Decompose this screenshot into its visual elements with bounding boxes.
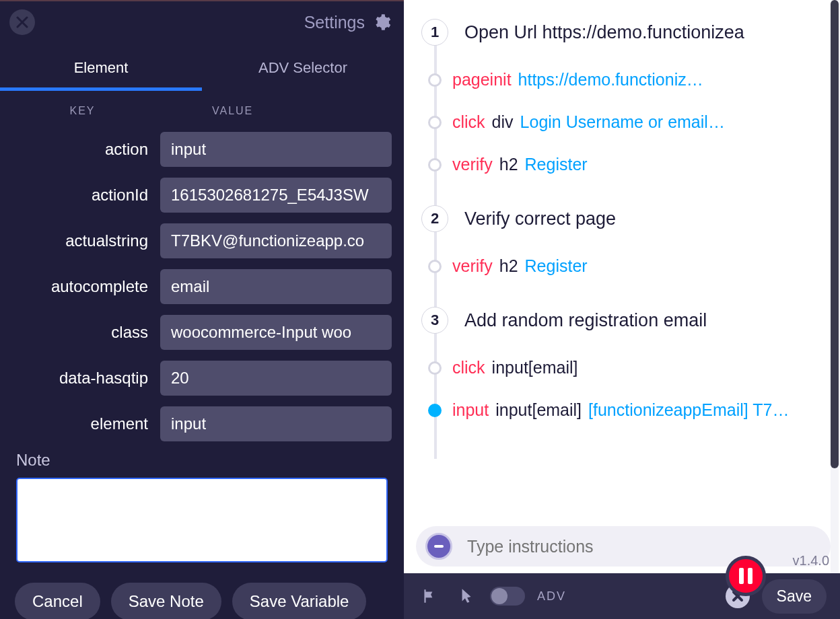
substep-dot-icon [428, 116, 442, 129]
kv-row: class [0, 312, 404, 358]
substep-action: pageinit [452, 70, 512, 89]
step-header[interactable]: 1 Open Url https://demo.functionizea [421, 19, 833, 46]
minus-icon [432, 540, 446, 553]
close-icon [16, 16, 28, 28]
instructions-input[interactable] [467, 537, 821, 556]
version-label: v1.4.0 [793, 553, 829, 569]
step-header[interactable]: 3 Add random registration email [421, 307, 833, 334]
substep[interactable]: verify h2 Register [428, 256, 833, 276]
substep-action: verify [452, 256, 493, 276]
kv-header-value: VALUE [165, 105, 404, 117]
left-panel: Settings Element ADV Selector KEY VALUE … [0, 0, 404, 619]
step-number: 1 [421, 19, 448, 46]
kv-row: autocomplete [0, 266, 404, 312]
kv-value-input[interactable] [160, 132, 392, 167]
kv-header: KEY VALUE [0, 87, 404, 129]
substep-target: https://demo.functioniz… [518, 70, 703, 89]
adv-label: ADV [537, 589, 566, 604]
substep[interactable]: click input[email] [428, 358, 833, 377]
substep-dot-icon [428, 73, 442, 87]
pause-button[interactable] [726, 556, 766, 596]
left-footer: Cancel Save Note Save Variable [0, 565, 404, 619]
close-button[interactable] [9, 9, 35, 35]
kv-row: data-hasqtip [0, 358, 404, 404]
substep-action: click [452, 358, 485, 377]
substep-dot-icon [428, 404, 442, 417]
substep-elem: input[email] [492, 358, 578, 377]
timeline-line [434, 35, 437, 459]
kv-value-input[interactable] [160, 361, 392, 396]
substep-action: click [452, 112, 485, 132]
kv-key: data-hasqtip [0, 369, 160, 388]
tabs: Element ADV Selector [0, 50, 404, 87]
steps-list: 1 Open Url https://demo.functionizea pag… [404, 0, 840, 526]
adv-toggle-knob [491, 588, 508, 604]
substep-dot-icon [428, 158, 442, 172]
kv-value-input[interactable] [160, 223, 392, 258]
adv-toggle[interactable] [490, 587, 525, 606]
substep-elem: div [492, 112, 514, 132]
kv-key: autocomplete [0, 277, 160, 296]
note-label: Note [16, 451, 388, 470]
instructions-bar [416, 526, 831, 567]
step-title: Verify correct page [464, 209, 833, 229]
substep[interactable]: click div Login Username or email… [428, 112, 833, 132]
kv-key: element [0, 414, 160, 433]
kv-rows: action actionId actualstring autocomplet… [0, 129, 404, 441]
substep-elem: h2 [499, 155, 518, 174]
substep-elem: h2 [499, 256, 518, 276]
substep[interactable]: pageinit https://demo.functioniz… [428, 70, 833, 89]
step-number: 3 [421, 307, 448, 334]
substep-dot-icon [428, 260, 442, 273]
substep-elem: input[email] [495, 400, 582, 420]
flag-icon [421, 587, 438, 605]
kv-key: actualstring [0, 231, 160, 250]
kv-key: action [0, 140, 160, 159]
step-header[interactable]: 2 Verify correct page [421, 205, 833, 232]
kv-value-input[interactable] [160, 315, 392, 350]
settings-link[interactable]: Settings [304, 12, 392, 32]
kv-value-input[interactable] [160, 406, 392, 441]
step-number: 2 [421, 205, 448, 232]
note-area: Note [0, 441, 404, 565]
pointer-icon-button[interactable] [454, 584, 478, 608]
tab-underline-active [0, 87, 202, 91]
pointer-icon [457, 587, 475, 605]
step-title: Add random registration email [464, 310, 833, 331]
save-note-button[interactable]: Save Note [111, 583, 221, 619]
pause-icon [739, 568, 753, 584]
kv-value-input[interactable] [160, 178, 392, 213]
substep-target: Register [525, 256, 588, 276]
substep-target: [functionizeappEmail] T7… [588, 400, 789, 420]
left-header: Settings [0, 1, 404, 39]
kv-header-key: KEY [0, 105, 165, 117]
remove-step-button[interactable] [425, 533, 452, 560]
right-footer: v1.4.0 ADV Save [404, 573, 840, 619]
substep-dot-icon [428, 361, 442, 375]
flag-icon-button[interactable] [417, 584, 442, 608]
substep[interactable]: input input[email] [functionizeappEmail]… [428, 400, 833, 420]
kv-value-input[interactable] [160, 269, 392, 304]
substep[interactable]: verify h2 Register [428, 155, 833, 174]
substep-target: Login Username or email… [520, 112, 725, 132]
tab-adv-selector[interactable]: ADV Selector [202, 50, 404, 87]
kv-key: actionId [0, 186, 160, 205]
tab-element[interactable]: Element [0, 50, 202, 87]
note-textarea[interactable] [16, 478, 388, 562]
kv-row: action [0, 129, 404, 175]
right-panel: 1 Open Url https://demo.functionizea pag… [404, 0, 840, 619]
save-variable-button[interactable]: Save Variable [232, 583, 367, 619]
save-button[interactable]: Save [762, 579, 827, 614]
svg-rect-0 [434, 545, 444, 548]
substep-target: Register [525, 155, 588, 174]
substep-action: verify [452, 155, 493, 174]
kv-row: actionId [0, 175, 404, 221]
cancel-button[interactable]: Cancel [15, 583, 100, 619]
substep-action: input [452, 400, 489, 420]
kv-row: actualstring [0, 221, 404, 266]
step-title: Open Url https://demo.functionizea [464, 22, 833, 43]
kv-row: element [0, 404, 404, 441]
kv-key: class [0, 323, 160, 342]
settings-label: Settings [304, 13, 365, 32]
gear-icon [372, 12, 392, 32]
